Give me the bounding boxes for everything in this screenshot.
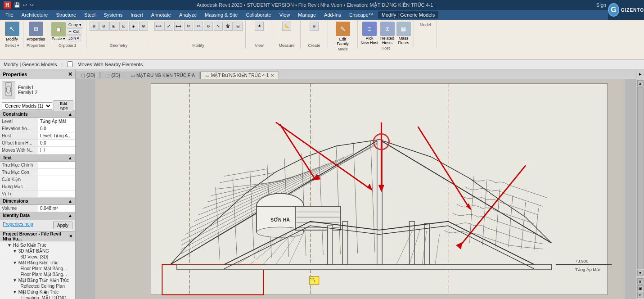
menu-steel[interactable]: Steel <box>81 11 99 18</box>
rotate-tool[interactable]: ↻ <box>184 22 193 31</box>
moves-with-checkbox[interactable] <box>40 148 45 152</box>
tab-3d-1[interactable]: ⬚ {3D} <box>76 72 100 79</box>
pick-new-host-button[interactable]: ⊡ PickNew Host <box>361 22 378 45</box>
delete-tool[interactable]: 🗑 <box>224 22 233 31</box>
tree-item-mat-bang-kien-truc[interactable]: ▼ Mặt Bằng Kiến Trúc <box>0 260 75 266</box>
menu-analyze[interactable]: Analyze <box>176 11 200 18</box>
offset-tool[interactable]: ⤢ <box>164 22 173 31</box>
svg-point-1 <box>6 86 11 93</box>
scale-tool[interactable]: ⤡ <box>214 22 223 31</box>
tree-item-3d-mat-bang[interactable]: ▼ 3D MẶT BẰNG <box>0 248 75 254</box>
menu-insert[interactable]: Insert <box>127 11 147 18</box>
geometry-btn-2[interactable]: ⊖ <box>99 22 108 31</box>
create-btn[interactable]: ⊕ <box>310 22 319 31</box>
menu-enscape[interactable]: Enscape™ <box>346 11 377 18</box>
cut-button[interactable]: ✂ Cut <box>67 28 81 35</box>
text-section-header[interactable]: Text ▲ <box>0 154 75 162</box>
geometry-btn-4[interactable]: ⊡ <box>119 22 128 31</box>
related-hosts-button[interactable]: ⊞ RelatedHosts <box>380 22 395 45</box>
menu-file[interactable]: File <box>2 11 17 18</box>
tab-mat-dung-fa[interactable]: ▭ MẶT ĐỨNG KIẾN TRÚC F-A <box>126 72 200 79</box>
edit-type-button[interactable]: Edit Type <box>54 100 73 111</box>
scroll-thumb[interactable] <box>637 87 644 269</box>
tab-3d-2[interactable]: ⬚ {3D} <box>100 72 125 79</box>
geometry-btn-5[interactable]: ◈ <box>129 22 138 31</box>
quick-access-save[interactable]: 💾 <box>14 2 20 8</box>
separator: | <box>61 62 63 67</box>
browser-tree: ▼ Hồ Sơ Kiến Trúc ▼ 3D MẶT BẰNG 3D View:… <box>0 241 75 299</box>
menu-architecture[interactable]: Architecture <box>18 11 52 18</box>
apply-button[interactable]: Apply <box>53 222 72 229</box>
tree-item-3d-view[interactable]: 3D View: {3D} <box>0 254 75 260</box>
family-name-1: Family1 <box>18 85 37 90</box>
align-tool[interactable]: ⟺ <box>154 22 163 31</box>
mode-group-label: Mode <box>338 47 348 51</box>
logo-text: GIZENTO <box>621 8 644 13</box>
view-btn[interactable]: 👁 <box>255 22 264 31</box>
view-group-label: View <box>255 43 263 48</box>
scroll-zoom-1[interactable]: ⊕ <box>637 278 644 285</box>
mirror-tool[interactable]: ⟷ <box>174 22 183 31</box>
tree-item-floor-plan-2[interactable]: Floor Plan: Mặt Bằng... <box>0 272 75 277</box>
tree-item-reflected-ceiling[interactable]: Reflected Ceiling Plan <box>0 283 75 289</box>
menu-manage[interactable]: Manage <box>294 11 320 18</box>
dimensions-header[interactable]: Dimensions ▲ <box>0 198 75 205</box>
geometry-btn-6[interactable]: ⊛ <box>139 22 148 31</box>
ribbon: ↖ Modify Select ▾ ⊞ Properties Propertie… <box>0 20 644 59</box>
menu-systems[interactable]: Systems <box>100 11 126 18</box>
scroll-zoom-2[interactable]: ▣ <box>637 285 644 291</box>
scroll-down-button[interactable]: ▼ <box>637 270 644 276</box>
family-type-selector[interactable]: Generic Models (1) <box>2 102 52 110</box>
menu-structure[interactable]: Structure <box>52 11 80 18</box>
tree-item-mat-bang-tran[interactable]: ▼ Mặt Bằng Trần Kiến Trúc <box>0 277 75 283</box>
ribbon-group-geometry: ⊕ ⊖ ⊞ ⊡ ◈ ⊛ Geometry <box>87 21 151 49</box>
quick-access-redo[interactable]: ↪ <box>30 2 34 8</box>
geometry-btn-1[interactable]: ⊕ <box>90 22 99 31</box>
titlebar-left: R 💾 ↩ ↪ <box>4 1 34 9</box>
tree-item-ho-so[interactable]: ▼ Hồ Sơ Kiến Trúc <box>0 242 75 248</box>
measure-group-label: Measure <box>279 43 295 48</box>
tab-close-41[interactable]: ✕ <box>270 73 274 78</box>
canvas-area[interactable]: SƠN HÀ <box>76 79 644 299</box>
menu-addins[interactable]: Add-Ins <box>320 11 345 18</box>
trim-tool[interactable]: ✂ <box>194 22 203 31</box>
tree-item-mat-dung[interactable]: ▼ Mặt Đứng Kiến Trúc <box>0 289 75 295</box>
edit-family-button[interactable]: ✎ EditFamily <box>336 22 350 46</box>
paste-button[interactable]: 📋 Paste ▾ <box>51 22 66 41</box>
ribbon-group-modify-tools: ⟺ ⤢ ⟷ ↻ ✂ ⊘ ⤡ 🗑 ⊞ Modify <box>152 21 246 49</box>
properties-ribbon-button[interactable]: ⊞ Properties <box>27 22 45 41</box>
menu-collaborate[interactable]: Collaborate <box>242 11 275 18</box>
contextbar: Modify | Generic Models | Moves With Nea… <box>0 59 644 69</box>
quick-access-undo[interactable]: ↩ <box>23 2 27 8</box>
3d-icon-2: ⬚ <box>105 73 109 78</box>
modify-button[interactable]: ↖ Modify <box>5 22 19 41</box>
array-tool[interactable]: ⊞ <box>234 22 243 31</box>
properties-close-button[interactable]: ✕ <box>68 71 72 77</box>
son-ha-label: SƠN HÀ <box>270 217 290 222</box>
menu-annotate[interactable]: Annotate <box>148 11 175 18</box>
svg-rect-48 <box>328 226 333 264</box>
copy-button[interactable]: Copy ▾ <box>67 22 83 28</box>
tree-item-elevation-1[interactable]: Elevation: MẶT ĐỨNG... <box>0 295 75 299</box>
svg-rect-52 <box>177 264 551 269</box>
mass-floors-button[interactable]: ▦ MassFloors <box>396 22 411 45</box>
join-button[interactable]: Join ▾ <box>67 35 81 41</box>
menu-massing[interactable]: Massing & Site <box>201 11 241 18</box>
move-cursor-icon: ⊹ <box>310 275 315 281</box>
tab-mat-dung-41[interactable]: ▭ MẶT ĐỨNG KIẾN TRÚC 4-1 ✕ <box>200 72 279 79</box>
properties-help-link[interactable]: Properties help <box>3 222 33 229</box>
browser-close[interactable]: ✕ <box>69 234 72 239</box>
identity-data-header[interactable]: Identity Data ▲ <box>0 212 75 219</box>
menu-view[interactable]: View <box>276 11 294 18</box>
view-tabs-scroll[interactable]: ▸ <box>636 69 644 79</box>
constraints-header[interactable]: Constraints ▲ <box>0 111 75 118</box>
moves-with-nearby-checkbox[interactable] <box>67 61 73 67</box>
main-area: Properties ✕ Family1 Family1 2 Gen <box>0 69 644 299</box>
geometry-btn-3[interactable]: ⊞ <box>109 22 118 31</box>
scroll-zoom-3[interactable]: ⊖ <box>637 292 644 298</box>
measure-btn[interactable]: 📐 <box>282 22 291 31</box>
menu-modify-generic[interactable]: Modify | Generic Models <box>378 11 438 18</box>
tree-item-floor-plan-1[interactable]: Floor Plan: Mặt Bằng... <box>0 266 75 272</box>
split-tool[interactable]: ⊘ <box>204 22 213 31</box>
scroll-up-button[interactable]: ▲ <box>637 80 644 86</box>
